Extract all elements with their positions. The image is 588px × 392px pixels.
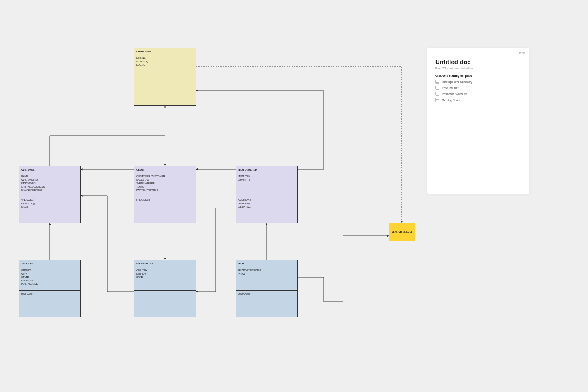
class-methods: VALIDATE() GETCARD() BILL() (19, 197, 80, 223)
doc-hint: Press "/" for options or start writing (435, 67, 521, 69)
template-label: Meeting Notes (442, 99, 460, 102)
document-icon (435, 92, 439, 96)
template-item-meeting-notes[interactable]: Meeting Notes (435, 98, 521, 102)
class-address[interactable]: ADDRESS STREET CITY STATE COUNTRY POSTAL… (19, 260, 81, 317)
class-title: SHOPPING CART (134, 260, 196, 267)
class-attrs: ITEM:ITEM QUANTITY (236, 173, 297, 197)
info-button[interactable]: INFO (519, 52, 525, 54)
class-shopping-cart[interactable]: SHOPPING CART ADDITEM DISPLAY SAVE (134, 260, 196, 317)
class-item-ordered[interactable]: ITEM ORDERED ITEM:ITEM QUANTITY ADDITEM(… (236, 166, 298, 223)
class-title: ADDRESS (19, 260, 80, 267)
class-order[interactable]: ORDER CUSTOMER:CUSTOMER SALESTAX SHIPPIN… (134, 166, 196, 223)
template-label: Product Brief (442, 86, 458, 89)
node-search-result[interactable]: SEARCH RESULT (389, 223, 415, 241)
node-label: SEARCH RESULT (392, 230, 412, 233)
class-methods: ADDITEM() DISPLAY() GETPRICE() (236, 197, 297, 223)
document-icon (435, 98, 439, 102)
class-title: ITEM ORDERED (236, 166, 297, 173)
class-methods: PROCESS() (134, 197, 196, 223)
class-title: Online Store (134, 48, 196, 55)
class-attrs: ADDITEM DISPLAY SAVE (134, 267, 196, 291)
document-icon (435, 80, 439, 84)
class-title: CUSTOMER (19, 166, 80, 173)
template-item-research-synthesis[interactable]: Research Synthesis (435, 92, 521, 96)
template-label: Retrospective Summary (442, 80, 472, 83)
class-online-store[interactable]: Online Store LOGIN() SEARCH() LOGOUT() (134, 48, 196, 106)
class-item[interactable]: ITEM CHARACTERISTICS PRICE DISPLAY() (236, 260, 298, 317)
class-methods: DISPLAY() (19, 291, 80, 317)
class-attrs: CUSTOMER:CUSTOMER SALESTAX SHIPPINGFREE … (134, 173, 196, 197)
template-section-title: Choose a starting template (435, 74, 521, 77)
class-title: ORDER (134, 166, 196, 173)
class-methods: DISPLAY() (236, 291, 297, 317)
diagram-canvas[interactable]: Online Store LOGIN() SEARCH() LOGOUT() C… (0, 0, 588, 392)
class-title: ITEM (236, 260, 297, 267)
doc-title[interactable]: Untitled doc (435, 58, 521, 65)
document-icon (435, 86, 439, 90)
template-item-retrospective[interactable]: Retrospective Summary (435, 80, 521, 84)
class-attrs: NAME CUSTOMERID PASSWORD SHIPPINGADDRESS… (19, 173, 80, 197)
class-attrs: CHARACTERISTICS PRICE (236, 267, 297, 291)
class-methods (134, 291, 196, 317)
class-empty-section (134, 78, 196, 105)
template-label: Research Synthesis (442, 93, 467, 95)
class-customer[interactable]: CUSTOMER NAME CUSTOMERID PASSWORD SHIPPI… (19, 166, 81, 223)
class-attrs: STREET CITY STATE COUNTRY POSTALCODE (19, 267, 80, 291)
doc-panel[interactable]: INFO Untitled doc Press "/" for options … (427, 48, 529, 194)
class-methods: LOGIN() SEARCH() LOGOUT() (134, 55, 196, 78)
template-item-product-brief[interactable]: Product Brief (435, 86, 521, 90)
